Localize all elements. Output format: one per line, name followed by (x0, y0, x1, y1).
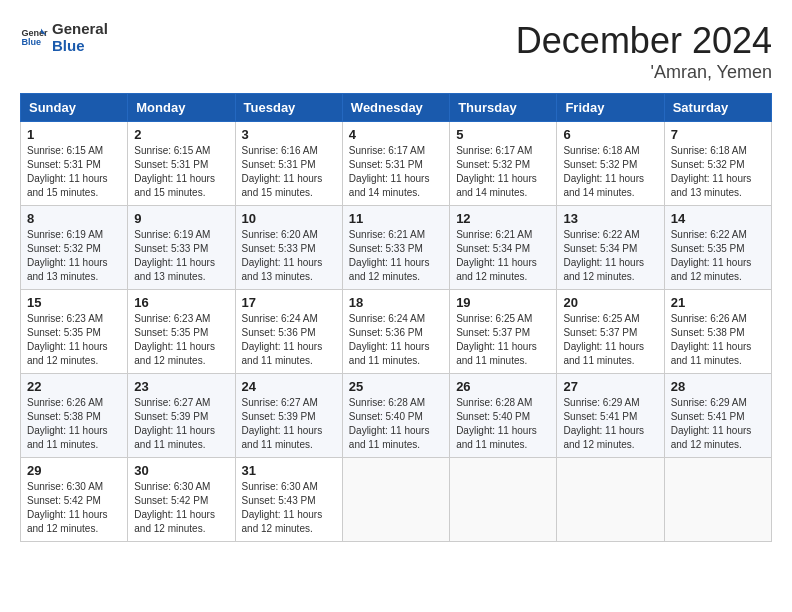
table-row: 2Sunrise: 6:15 AMSunset: 5:31 PMDaylight… (128, 122, 235, 206)
table-row: 25Sunrise: 6:28 AMSunset: 5:40 PMDayligh… (342, 374, 449, 458)
day-info: Sunrise: 6:30 AMSunset: 5:43 PMDaylight:… (242, 480, 336, 536)
day-info: Sunrise: 6:17 AMSunset: 5:32 PMDaylight:… (456, 144, 550, 200)
table-row (342, 458, 449, 542)
table-row: 10Sunrise: 6:20 AMSunset: 5:33 PMDayligh… (235, 206, 342, 290)
day-number: 23 (134, 379, 228, 394)
calendar-week-row: 15Sunrise: 6:23 AMSunset: 5:35 PMDayligh… (21, 290, 772, 374)
table-row: 9Sunrise: 6:19 AMSunset: 5:33 PMDaylight… (128, 206, 235, 290)
day-number: 8 (27, 211, 121, 226)
day-number: 13 (563, 211, 657, 226)
location-title: 'Amran, Yemen (516, 62, 772, 83)
day-number: 31 (242, 463, 336, 478)
table-row: 8Sunrise: 6:19 AMSunset: 5:32 PMDaylight… (21, 206, 128, 290)
day-info: Sunrise: 6:15 AMSunset: 5:31 PMDaylight:… (27, 144, 121, 200)
day-number: 16 (134, 295, 228, 310)
day-number: 21 (671, 295, 765, 310)
table-row: 28Sunrise: 6:29 AMSunset: 5:41 PMDayligh… (664, 374, 771, 458)
day-number: 2 (134, 127, 228, 142)
day-number: 25 (349, 379, 443, 394)
day-info: Sunrise: 6:22 AMSunset: 5:35 PMDaylight:… (671, 228, 765, 284)
table-row: 31Sunrise: 6:30 AMSunset: 5:43 PMDayligh… (235, 458, 342, 542)
col-monday: Monday (128, 94, 235, 122)
day-number: 6 (563, 127, 657, 142)
day-info: Sunrise: 6:23 AMSunset: 5:35 PMDaylight:… (134, 312, 228, 368)
table-row: 17Sunrise: 6:24 AMSunset: 5:36 PMDayligh… (235, 290, 342, 374)
day-number: 1 (27, 127, 121, 142)
table-row (664, 458, 771, 542)
day-number: 20 (563, 295, 657, 310)
calendar-table: Sunday Monday Tuesday Wednesday Thursday… (20, 93, 772, 542)
col-thursday: Thursday (450, 94, 557, 122)
day-number: 17 (242, 295, 336, 310)
day-info: Sunrise: 6:18 AMSunset: 5:32 PMDaylight:… (671, 144, 765, 200)
day-number: 7 (671, 127, 765, 142)
day-number: 14 (671, 211, 765, 226)
day-number: 9 (134, 211, 228, 226)
table-row: 26Sunrise: 6:28 AMSunset: 5:40 PMDayligh… (450, 374, 557, 458)
day-info: Sunrise: 6:25 AMSunset: 5:37 PMDaylight:… (563, 312, 657, 368)
table-row: 1Sunrise: 6:15 AMSunset: 5:31 PMDaylight… (21, 122, 128, 206)
day-number: 22 (27, 379, 121, 394)
calendar-week-row: 29Sunrise: 6:30 AMSunset: 5:42 PMDayligh… (21, 458, 772, 542)
table-row: 27Sunrise: 6:29 AMSunset: 5:41 PMDayligh… (557, 374, 664, 458)
table-row: 12Sunrise: 6:21 AMSunset: 5:34 PMDayligh… (450, 206, 557, 290)
day-info: Sunrise: 6:28 AMSunset: 5:40 PMDaylight:… (349, 396, 443, 452)
calendar-week-row: 1Sunrise: 6:15 AMSunset: 5:31 PMDaylight… (21, 122, 772, 206)
day-info: Sunrise: 6:30 AMSunset: 5:42 PMDaylight:… (134, 480, 228, 536)
table-row: 7Sunrise: 6:18 AMSunset: 5:32 PMDaylight… (664, 122, 771, 206)
table-row: 19Sunrise: 6:25 AMSunset: 5:37 PMDayligh… (450, 290, 557, 374)
day-info: Sunrise: 6:20 AMSunset: 5:33 PMDaylight:… (242, 228, 336, 284)
day-info: Sunrise: 6:19 AMSunset: 5:33 PMDaylight:… (134, 228, 228, 284)
day-info: Sunrise: 6:30 AMSunset: 5:42 PMDaylight:… (27, 480, 121, 536)
logo: General Blue General Blue (20, 20, 108, 54)
day-info: Sunrise: 6:16 AMSunset: 5:31 PMDaylight:… (242, 144, 336, 200)
day-number: 4 (349, 127, 443, 142)
table-row: 6Sunrise: 6:18 AMSunset: 5:32 PMDaylight… (557, 122, 664, 206)
day-number: 3 (242, 127, 336, 142)
table-row: 24Sunrise: 6:27 AMSunset: 5:39 PMDayligh… (235, 374, 342, 458)
table-row: 16Sunrise: 6:23 AMSunset: 5:35 PMDayligh… (128, 290, 235, 374)
day-info: Sunrise: 6:29 AMSunset: 5:41 PMDaylight:… (563, 396, 657, 452)
day-number: 18 (349, 295, 443, 310)
day-number: 12 (456, 211, 550, 226)
col-saturday: Saturday (664, 94, 771, 122)
day-info: Sunrise: 6:22 AMSunset: 5:34 PMDaylight:… (563, 228, 657, 284)
day-info: Sunrise: 6:25 AMSunset: 5:37 PMDaylight:… (456, 312, 550, 368)
table-row: 5Sunrise: 6:17 AMSunset: 5:32 PMDaylight… (450, 122, 557, 206)
table-row (557, 458, 664, 542)
table-row (450, 458, 557, 542)
day-info: Sunrise: 6:26 AMSunset: 5:38 PMDaylight:… (671, 312, 765, 368)
table-row: 21Sunrise: 6:26 AMSunset: 5:38 PMDayligh… (664, 290, 771, 374)
day-number: 10 (242, 211, 336, 226)
day-number: 5 (456, 127, 550, 142)
day-info: Sunrise: 6:28 AMSunset: 5:40 PMDaylight:… (456, 396, 550, 452)
page-header: General Blue General Blue December 2024 … (20, 20, 772, 83)
table-row: 29Sunrise: 6:30 AMSunset: 5:42 PMDayligh… (21, 458, 128, 542)
calendar-header-row: Sunday Monday Tuesday Wednesday Thursday… (21, 94, 772, 122)
calendar-week-row: 22Sunrise: 6:26 AMSunset: 5:38 PMDayligh… (21, 374, 772, 458)
logo-icon: General Blue (20, 23, 48, 51)
day-number: 27 (563, 379, 657, 394)
day-info: Sunrise: 6:26 AMSunset: 5:38 PMDaylight:… (27, 396, 121, 452)
day-info: Sunrise: 6:17 AMSunset: 5:31 PMDaylight:… (349, 144, 443, 200)
table-row: 20Sunrise: 6:25 AMSunset: 5:37 PMDayligh… (557, 290, 664, 374)
day-info: Sunrise: 6:27 AMSunset: 5:39 PMDaylight:… (134, 396, 228, 452)
table-row: 23Sunrise: 6:27 AMSunset: 5:39 PMDayligh… (128, 374, 235, 458)
title-block: December 2024 'Amran, Yemen (516, 20, 772, 83)
day-number: 26 (456, 379, 550, 394)
table-row: 15Sunrise: 6:23 AMSunset: 5:35 PMDayligh… (21, 290, 128, 374)
col-sunday: Sunday (21, 94, 128, 122)
day-number: 29 (27, 463, 121, 478)
col-tuesday: Tuesday (235, 94, 342, 122)
table-row: 18Sunrise: 6:24 AMSunset: 5:36 PMDayligh… (342, 290, 449, 374)
table-row: 3Sunrise: 6:16 AMSunset: 5:31 PMDaylight… (235, 122, 342, 206)
day-info: Sunrise: 6:21 AMSunset: 5:33 PMDaylight:… (349, 228, 443, 284)
logo-general-text: General (52, 20, 108, 37)
day-number: 24 (242, 379, 336, 394)
table-row: 14Sunrise: 6:22 AMSunset: 5:35 PMDayligh… (664, 206, 771, 290)
day-number: 28 (671, 379, 765, 394)
table-row: 30Sunrise: 6:30 AMSunset: 5:42 PMDayligh… (128, 458, 235, 542)
day-info: Sunrise: 6:24 AMSunset: 5:36 PMDaylight:… (349, 312, 443, 368)
table-row: 11Sunrise: 6:21 AMSunset: 5:33 PMDayligh… (342, 206, 449, 290)
table-row: 22Sunrise: 6:26 AMSunset: 5:38 PMDayligh… (21, 374, 128, 458)
